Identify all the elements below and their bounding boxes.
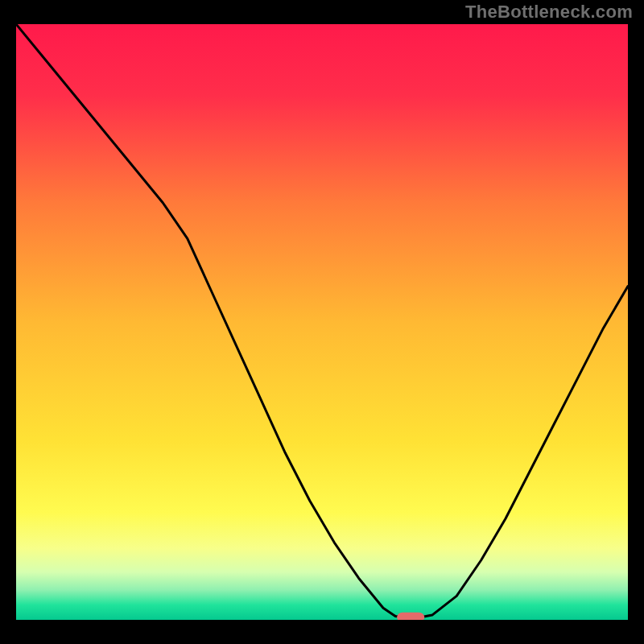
chart-svg [16, 24, 628, 620]
plot-area [16, 24, 628, 620]
watermark-text: TheBottleneck.com [465, 2, 633, 23]
chart-container: TheBottleneck.com [0, 0, 644, 644]
gradient-background [16, 24, 628, 620]
optimal-marker [397, 613, 424, 620]
